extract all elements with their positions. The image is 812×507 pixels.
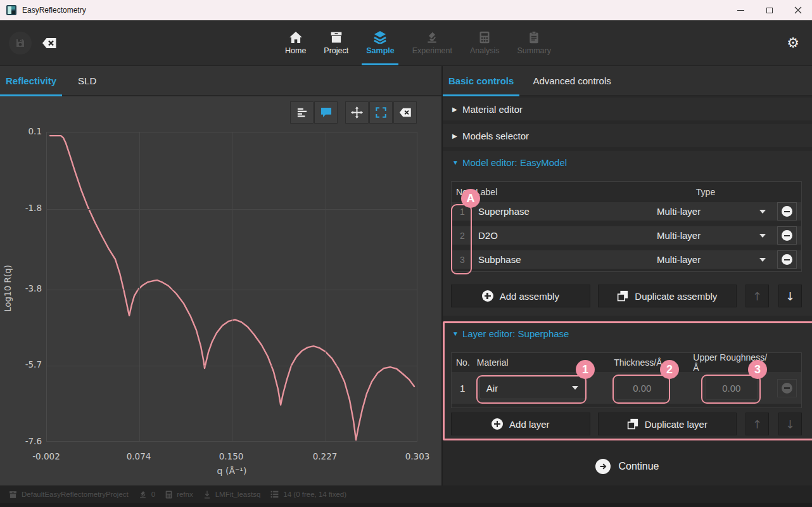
models-selector-group: ▶ Models selector	[443, 124, 812, 147]
assembly-row[interactable]: 3 Subphase Multi-layer	[452, 250, 801, 269]
assembly-type-dropdown[interactable]: Multi-layer	[639, 230, 772, 241]
backspace-icon	[42, 37, 57, 49]
duplicate-layer-label: Duplicate layer	[645, 419, 707, 430]
layer-row[interactable]: 1 Air	[452, 372, 801, 404]
circle-minus-icon	[782, 254, 792, 265]
layer-editor-group: ▼ Layer editor: Superphase No. Material …	[443, 322, 812, 440]
layers-table: No. Material Thickness/Å Upper Roughness…	[451, 352, 802, 408]
tooltip-bubble-icon	[320, 107, 332, 118]
duplicate-assembly-button[interactable]: Duplicate assembly	[598, 285, 737, 307]
nav-item-summary[interactable]: Summary	[516, 20, 552, 65]
tab-sld[interactable]: SLD	[72, 66, 102, 95]
move-assembly-up-button[interactable]: ↑	[745, 285, 769, 307]
assembly-type-value: Multi-layer	[639, 230, 759, 241]
move-layer-down-button[interactable]: ↓	[778, 413, 802, 435]
circle-plus-icon	[482, 290, 493, 302]
close-button[interactable]	[783, 0, 812, 20]
layers-table-header: No. Material Thickness/Å Upper Roughness…	[452, 353, 801, 372]
column-header-thickness: Thickness/Å	[609, 357, 693, 368]
plot-panel: Reflectivity SLD	[0, 66, 441, 485]
project-box-icon	[9, 491, 17, 499]
assembly-label[interactable]: Subphase	[473, 254, 639, 265]
remove-layer-button[interactable]	[777, 379, 797, 397]
reset-state-button[interactable]	[38, 32, 61, 55]
row-number: 2	[452, 231, 473, 241]
expanded-triangle-icon: ▼	[452, 330, 462, 337]
reflectivity-chart: Log10 R(q) q (Å⁻¹) -0.0020.0740.1500.227…	[0, 96, 441, 485]
tab-advanced-controls[interactable]: Advanced controls	[527, 66, 616, 95]
nav-item-home[interactable]: Home	[284, 20, 307, 65]
nav-item-project[interactable]: Project	[322, 20, 350, 65]
nav-label: Analysis	[470, 46, 500, 55]
nav-item-analysis[interactable]: Analysis	[469, 20, 501, 65]
status-experiments-text: 0	[151, 491, 155, 498]
move-assembly-down-button[interactable]: ↓	[778, 285, 802, 307]
layer-editor-header[interactable]: ▼ Layer editor: Superphase	[443, 322, 812, 345]
analysis-calculator-icon	[479, 31, 490, 44]
assembly-type-dropdown[interactable]: Multi-layer	[639, 254, 772, 265]
plot-tabstrip: Reflectivity SLD	[0, 66, 441, 96]
continue-button[interactable]: Continue	[595, 454, 659, 479]
sample-layers-icon	[373, 31, 387, 44]
remove-assembly-button[interactable]	[777, 202, 797, 221]
remove-assembly-button[interactable]	[777, 226, 797, 245]
x-tick-label: 0.227	[313, 451, 338, 461]
chevron-down-icon	[572, 386, 578, 390]
add-assembly-button[interactable]: Add assembly	[451, 285, 590, 307]
material-dropdown[interactable]: Air	[479, 376, 585, 399]
close-icon	[794, 6, 802, 14]
column-header-label: Label	[473, 187, 639, 197]
clear-annotations-button[interactable]	[393, 101, 417, 124]
pan-icon	[351, 106, 363, 119]
gridline-horizontal	[47, 290, 417, 290]
minimize-icon	[737, 10, 744, 11]
gridline-vertical	[326, 132, 326, 441]
assembly-row[interactable]: 1 Superphase Multi-layer	[452, 202, 801, 221]
reset-axes-button[interactable]	[369, 101, 393, 124]
y-tick-label: -1.8	[0, 203, 42, 213]
tab-basic-controls[interactable]: Basic controls	[443, 66, 519, 95]
assembly-type-dropdown[interactable]: Multi-layer	[639, 206, 772, 217]
reflectivity-curve-svg	[47, 132, 418, 442]
traces-button[interactable]	[290, 101, 314, 124]
settings-gear-icon[interactable]: ⚙	[787, 35, 799, 51]
maximize-button[interactable]	[755, 0, 783, 20]
duplicate-assembly-label: Duplicate assembly	[635, 291, 717, 302]
remove-assembly-button[interactable]	[777, 250, 797, 269]
assemblies-table: No. Label Type 1 Superphase Multi-layer	[451, 181, 802, 272]
tooltip-button[interactable]	[314, 101, 338, 124]
calculator-icon	[165, 491, 172, 499]
chevron-down-icon	[759, 210, 766, 214]
x-tick-label: 0.150	[219, 451, 244, 461]
continue-label: Continue	[618, 461, 659, 472]
assembly-row[interactable]: 2 D2O Multi-layer	[452, 226, 801, 245]
nav-item-sample[interactable]: Sample	[365, 20, 395, 65]
add-layer-button[interactable]: Add layer	[451, 413, 590, 435]
arrow-down-icon: ↓	[785, 290, 795, 303]
pan-button[interactable]	[345, 101, 369, 124]
duplicate-layer-button[interactable]: Duplicate layer	[598, 413, 737, 435]
experiments-icon	[139, 491, 147, 499]
tab-reflectivity[interactable]: Reflectivity	[0, 66, 62, 95]
column-header-material: Material	[473, 357, 609, 368]
plot-area[interactable]	[46, 132, 417, 442]
assembly-label[interactable]: Superphase	[473, 206, 639, 217]
minimize-button[interactable]	[726, 0, 755, 20]
save-project-button[interactable]	[9, 32, 32, 55]
models-selector-header[interactable]: ▶ Models selector	[443, 124, 812, 147]
nav-item-experiment[interactable]: Experiment	[411, 20, 454, 65]
nav-label: Summary	[517, 46, 551, 55]
nav-label: Project	[324, 46, 348, 55]
y-tick-label: -3.8	[0, 283, 42, 293]
nav-label: Sample	[366, 46, 394, 55]
assembly-label[interactable]: D2O	[473, 230, 639, 241]
move-layer-up-button[interactable]: ↑	[745, 413, 769, 435]
chevron-down-icon	[759, 258, 766, 262]
row-number: 1	[452, 207, 473, 217]
roughness-input[interactable]	[705, 376, 758, 400]
model-editor-header[interactable]: ▼ Model editor: EasyModel	[443, 151, 812, 174]
thickness-input[interactable]	[616, 376, 668, 400]
group-title: Layer editor: Superphase	[462, 328, 569, 339]
material-editor-header[interactable]: ▶ Material editor	[443, 98, 812, 120]
nav-label: Home	[285, 46, 306, 55]
